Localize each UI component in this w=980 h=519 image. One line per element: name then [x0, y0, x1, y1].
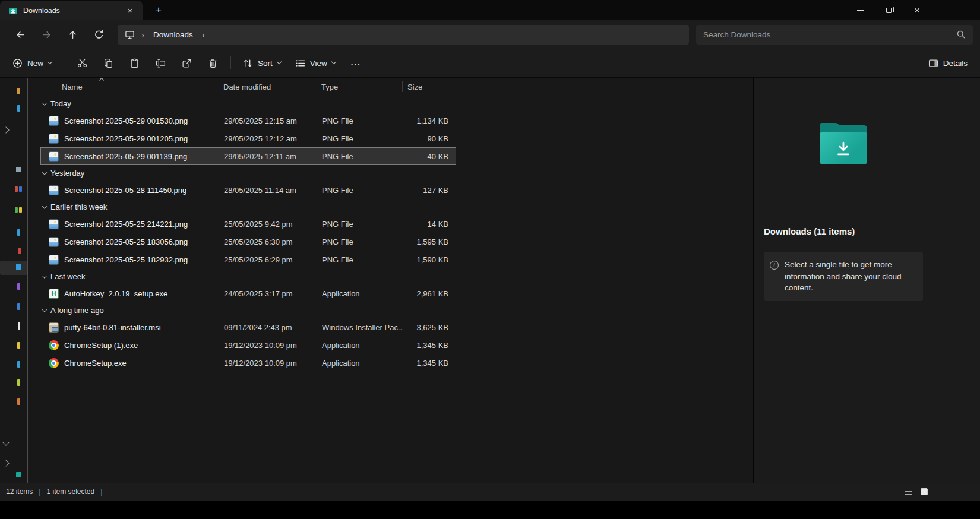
breadcrumb-chevron-icon[interactable]: ›	[140, 30, 146, 40]
navigation-bar: › Downloads ›	[0, 20, 980, 49]
chevron-down-icon	[42, 204, 47, 208]
details-button-label: Details	[943, 59, 968, 68]
file-type: PNG File	[319, 238, 403, 246]
new-button-label: New	[27, 59, 43, 68]
details-pane: Downloads (11 items) i Select a single f…	[753, 78, 980, 483]
chevron-right-icon[interactable]	[2, 460, 9, 466]
tab-downloads[interactable]: Downloads ×	[0, 1, 143, 20]
chevron-right-icon[interactable]	[2, 126, 9, 133]
large-icons-view-toggle[interactable]	[919, 488, 929, 496]
breadcrumb-chevron-icon[interactable]: ›	[200, 30, 207, 40]
file-size: 127 KB	[403, 186, 456, 195]
view-list-icon	[295, 58, 305, 68]
file-row[interactable]: Screenshot 2025-05-29 001530.png29/05/20…	[40, 112, 456, 129]
file-date-modified: 19/12/2023 10:09 pm	[221, 341, 319, 350]
details-pane-title: Downloads (11 items)	[764, 226, 855, 236]
details-pane-toggle-button[interactable]: Details	[922, 52, 974, 74]
cut-button[interactable]	[69, 52, 94, 74]
tab-close-icon[interactable]: ×	[124, 4, 137, 17]
delete-button[interactable]	[200, 52, 225, 74]
file-row[interactable]: Screenshot 2025-05-29 001205.png29/05/20…	[40, 129, 456, 147]
tree-item-icon	[17, 88, 20, 94]
window-controls: ×	[846, 0, 931, 20]
file-type: PNG File	[319, 220, 403, 229]
chevron-down-icon	[277, 59, 282, 64]
navigation-pane-collapsed[interactable]	[0, 78, 37, 483]
item-count: 12 items	[6, 488, 33, 496]
column-header-name[interactable]: Name	[40, 78, 220, 96]
more-options-button[interactable]: …	[343, 52, 368, 74]
file-row[interactable]: Screenshot 2025-05-29 001139.png29/05/20…	[40, 147, 456, 165]
info-icon: i	[770, 261, 779, 270]
file-row[interactable]: ChromeSetup (1).exe19/12/2023 10:09 pmAp…	[40, 336, 456, 354]
pane-splitter[interactable]	[27, 78, 28, 483]
file-row[interactable]: Screenshot 2025-05-25 183056.png25/05/20…	[40, 233, 456, 251]
close-button[interactable]: ×	[903, 0, 931, 20]
chrome-file-icon	[49, 358, 59, 368]
paste-button[interactable]	[122, 52, 147, 74]
sort-button[interactable]: Sort	[236, 52, 287, 74]
rename-icon	[156, 58, 166, 68]
details-pane-icon	[928, 58, 938, 68]
up-arrow-icon	[68, 30, 78, 40]
file-row[interactable]: ChromeSetup.exe19/12/2023 10:09 pmApplic…	[40, 354, 456, 372]
sort-arrows-icon	[243, 58, 253, 68]
file-row[interactable]: Screenshot 2025-05-25 214221.png25/05/20…	[40, 215, 456, 233]
file-name: putty-64bit-0.81-installer.msi	[64, 323, 161, 332]
chevron-down-icon	[42, 307, 47, 312]
file-name: Screenshot 2025-05-25 182932.png	[64, 255, 188, 264]
file-date-modified: 29/05/2025 12:15 am	[221, 116, 319, 125]
chevron-down-icon[interactable]	[2, 439, 9, 445]
group-header[interactable]: A long time ago	[40, 302, 456, 318]
list-view-toggle[interactable]	[903, 488, 913, 496]
column-header-type[interactable]: Type	[318, 78, 403, 96]
tree-item-icon	[17, 379, 20, 386]
minimize-button[interactable]	[846, 0, 874, 20]
view-button[interactable]: View	[289, 52, 342, 74]
tree-item-icon	[18, 322, 20, 330]
forward-button[interactable]	[33, 24, 59, 45]
column-header-date-modified[interactable]: Date modified	[220, 78, 318, 96]
chevron-down-icon	[42, 170, 47, 175]
group-header[interactable]: Earlier this week	[40, 199, 456, 215]
png-file-icon	[49, 255, 59, 265]
group-header[interactable]: Yesterday	[40, 165, 456, 181]
share-button[interactable]	[174, 52, 199, 74]
back-button[interactable]	[7, 24, 33, 45]
this-pc-monitor-icon	[122, 30, 137, 40]
refresh-button[interactable]	[86, 24, 112, 45]
tab-title: Downloads	[23, 7, 118, 15]
file-size: 1,590 KB	[403, 255, 456, 264]
rename-button[interactable]	[148, 52, 173, 74]
file-name: Screenshot 2025-05-29 001205.png	[64, 134, 188, 143]
file-row[interactable]: Screenshot 2025-05-28 111450.png28/05/20…	[40, 181, 456, 199]
up-button[interactable]	[59, 24, 86, 45]
file-row[interactable]: putty-64bit-0.81-installer.msi09/11/2024…	[40, 318, 456, 336]
file-name: Screenshot 2025-05-25 214221.png	[64, 220, 188, 229]
address-bar[interactable]: › Downloads ›	[118, 25, 689, 45]
tree-item-selected[interactable]	[0, 261, 27, 275]
search-icon[interactable]	[956, 30, 966, 39]
new-tab-button[interactable]: +	[150, 1, 167, 19]
search-input[interactable]	[703, 30, 956, 39]
file-size: 90 KB	[403, 134, 456, 143]
file-date-modified: 24/05/2025 3:17 pm	[221, 289, 319, 298]
png-file-icon	[49, 219, 59, 229]
file-date-modified: 09/11/2024 2:43 pm	[221, 323, 319, 332]
group-header[interactable]: Last week	[40, 268, 456, 284]
file-row[interactable]: AutoHotkey_2.0.19_setup.exe24/05/2025 3:…	[40, 284, 456, 302]
tree-item-icon	[17, 303, 20, 310]
list-view-icon	[905, 489, 912, 495]
restore-button[interactable]	[874, 0, 903, 20]
tree-item-icon	[17, 361, 20, 368]
file-row[interactable]: Screenshot 2025-05-25 182932.png25/05/20…	[40, 251, 456, 268]
close-icon: ×	[914, 5, 920, 15]
copy-button[interactable]	[96, 52, 121, 74]
breadcrumb-downloads[interactable]: Downloads	[148, 28, 198, 42]
chevron-down-icon	[42, 273, 47, 278]
downloads-folder-preview	[764, 125, 923, 164]
file-size: 2,961 KB	[403, 289, 456, 298]
new-button[interactable]: New	[6, 52, 58, 74]
column-header-size[interactable]: Size	[403, 78, 456, 96]
group-header[interactable]: Today	[40, 96, 456, 112]
